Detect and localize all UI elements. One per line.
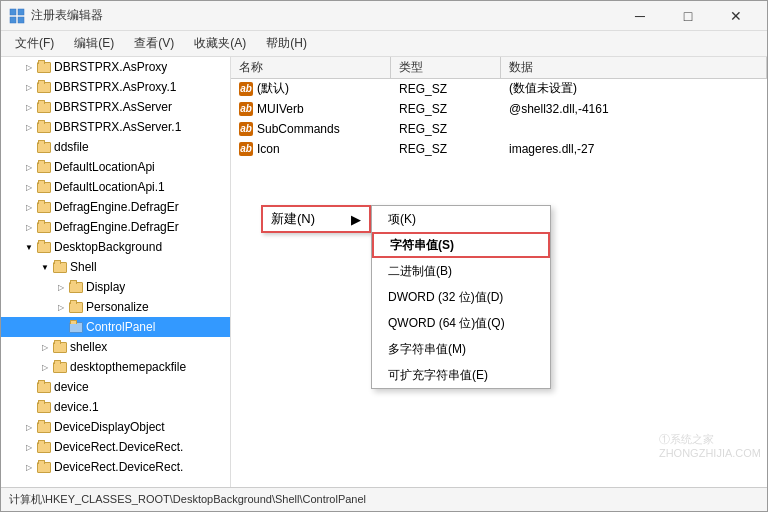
submenu-arrow-icon: ▶	[351, 212, 361, 227]
tree-label: Shell	[70, 260, 97, 274]
expander-icon: ▷	[53, 299, 69, 315]
tree-label: DeviceRect.DeviceRect.	[54, 460, 183, 474]
tree-item-desktopthemepackfile[interactable]: ▷ desktopthemepackfile	[1, 357, 230, 377]
right-panel: 名称 类型 数据 ab (默认) REG_SZ (数值未设置) ab	[231, 57, 767, 487]
tree-item-device[interactable]: device	[1, 377, 230, 397]
tree-label: device.1	[54, 400, 99, 414]
tree-label: DBRSTPRX.AsServer	[54, 100, 172, 114]
expander-icon	[21, 399, 37, 415]
tree-label: ddsfile	[54, 140, 89, 154]
status-bar: 计算机\HKEY_CLASSES_ROOT\DesktopBackground\…	[1, 487, 767, 511]
menu-view[interactable]: 查看(V)	[124, 32, 184, 55]
tree-item-devicerect1[interactable]: ▷ DeviceRect.DeviceRect.	[1, 437, 230, 457]
expander-icon: ▷	[21, 439, 37, 455]
tree-label: Personalize	[86, 300, 149, 314]
submenu-item-binary[interactable]: 二进制值(B)	[372, 258, 550, 284]
tree-item-devicedisplayobject[interactable]: ▷ DeviceDisplayObject	[1, 417, 230, 437]
tree-item-personalize[interactable]: ▷ Personalize	[1, 297, 230, 317]
tree-label: desktopthemepackfile	[70, 360, 186, 374]
tree-item-dbrstprx-asserver1[interactable]: ▷ DBRSTPRX.AsServer.1	[1, 117, 230, 137]
context-menu-overlay: 新建(N) ▶ 项(K) 字符串值(S) 二进制值(B) DWORD (32 位…	[231, 57, 767, 487]
tree-label: DBRSTPRX.AsProxy.1	[54, 80, 176, 94]
tree-label: ControlPanel	[86, 320, 155, 334]
tree-item-device1[interactable]: device.1	[1, 397, 230, 417]
tree-label: DefragEngine.DefragEr	[54, 220, 179, 234]
title-bar: 注册表编辑器 ─ □ ✕	[1, 1, 767, 31]
expander-icon: ▷	[21, 179, 37, 195]
main-area: ▷ DBRSTPRX.AsProxy ▷ DBRSTPRX.AsProxy.1 …	[1, 57, 767, 487]
close-button[interactable]: ✕	[713, 1, 759, 31]
expander-icon: ▼	[21, 239, 37, 255]
expander-icon: ▷	[21, 99, 37, 115]
tree-label: DBRSTPRX.AsProxy	[54, 60, 167, 74]
tree-label: device	[54, 380, 89, 394]
tree-label: Display	[86, 280, 125, 294]
tree-item-controlpanel[interactable]: ControlPanel	[1, 317, 230, 337]
expander-icon	[21, 139, 37, 155]
submenu-item-multistring[interactable]: 多字符串值(M)	[372, 336, 550, 362]
expander-icon: ▷	[21, 419, 37, 435]
tree-item-dbrstprx-asproxy[interactable]: ▷ DBRSTPRX.AsProxy	[1, 57, 230, 77]
tree-label: DeviceDisplayObject	[54, 420, 165, 434]
submenu-item-qword[interactable]: QWORD (64 位)值(Q)	[372, 310, 550, 336]
tree-label: DefaultLocationApi.1	[54, 180, 165, 194]
menu-file[interactable]: 文件(F)	[5, 32, 64, 55]
tree-label: DesktopBackground	[54, 240, 162, 254]
expander-icon: ▷	[21, 219, 37, 235]
tree-item-defaultlocationapi1[interactable]: ▷ DefaultLocationApi.1	[1, 177, 230, 197]
svg-rect-1	[18, 9, 24, 15]
expander-icon: ▷	[37, 359, 53, 375]
app-icon	[9, 8, 25, 24]
tree-item-devicerect2[interactable]: ▷ DeviceRect.DeviceRect.	[1, 457, 230, 477]
tree-item-defaultlocationapi[interactable]: ▷ DefaultLocationApi	[1, 157, 230, 177]
menu-edit[interactable]: 编辑(E)	[64, 32, 124, 55]
submenu-item-expandstring[interactable]: 可扩充字符串值(E)	[372, 362, 550, 388]
tree-item-display[interactable]: ▷ Display	[1, 277, 230, 297]
submenu-item-key[interactable]: 项(K)	[372, 206, 550, 232]
status-text: 计算机\HKEY_CLASSES_ROOT\DesktopBackground\…	[9, 492, 366, 507]
tree-panel[interactable]: ▷ DBRSTPRX.AsProxy ▷ DBRSTPRX.AsProxy.1 …	[1, 57, 231, 487]
new-menu-button[interactable]: 新建(N) ▶	[261, 205, 371, 233]
tree-item-desktopbackground[interactable]: ▼ DesktopBackground	[1, 237, 230, 257]
tree-label: DefaultLocationApi	[54, 160, 155, 174]
new-submenu: 项(K) 字符串值(S) 二进制值(B) DWORD (32 位)值(D) QW…	[371, 205, 551, 389]
expander-icon: ▷	[21, 119, 37, 135]
window-controls: ─ □ ✕	[617, 1, 759, 31]
menu-bar: 文件(F) 编辑(E) 查看(V) 收藏夹(A) 帮助(H)	[1, 31, 767, 57]
window-title: 注册表编辑器	[31, 7, 617, 24]
tree-item-defragengine2[interactable]: ▷ DefragEngine.DefragEr	[1, 217, 230, 237]
menu-favorites[interactable]: 收藏夹(A)	[184, 32, 256, 55]
main-window: 注册表编辑器 ─ □ ✕ 文件(F) 编辑(E) 查看(V) 收藏夹(A) 帮助…	[0, 0, 768, 512]
new-menu-label: 新建(N)	[271, 210, 315, 228]
tree-item-shellex[interactable]: ▷ shellex	[1, 337, 230, 357]
tree-label: DefragEngine.DefragEr	[54, 200, 179, 214]
expander-icon: ▷	[21, 59, 37, 75]
expander-icon: ▷	[21, 159, 37, 175]
submenu-item-dword[interactable]: DWORD (32 位)值(D)	[372, 284, 550, 310]
expander-icon	[53, 319, 69, 335]
submenu-item-string[interactable]: 字符串值(S)	[372, 232, 550, 258]
expander-icon: ▷	[37, 339, 53, 355]
svg-rect-3	[18, 17, 24, 23]
minimize-button[interactable]: ─	[617, 1, 663, 31]
expander-icon: ▷	[21, 79, 37, 95]
tree-item-shell[interactable]: ▼ Shell	[1, 257, 230, 277]
tree-label: DeviceRect.DeviceRect.	[54, 440, 183, 454]
expander-icon: ▷	[21, 459, 37, 475]
expander-icon: ▷	[21, 199, 37, 215]
expander-icon: ▷	[53, 279, 69, 295]
tree-item-ddsfile[interactable]: ddsfile	[1, 137, 230, 157]
svg-rect-0	[10, 9, 16, 15]
svg-rect-2	[10, 17, 16, 23]
expander-icon: ▼	[37, 259, 53, 275]
tree-item-dbrstprx-asserver[interactable]: ▷ DBRSTPRX.AsServer	[1, 97, 230, 117]
tree-label: shellex	[70, 340, 107, 354]
menu-help[interactable]: 帮助(H)	[256, 32, 317, 55]
tree-label: DBRSTPRX.AsServer.1	[54, 120, 181, 134]
tree-item-defragengine1[interactable]: ▷ DefragEngine.DefragEr	[1, 197, 230, 217]
maximize-button[interactable]: □	[665, 1, 711, 31]
expander-icon	[21, 379, 37, 395]
tree-item-dbrstprx-asproxy1[interactable]: ▷ DBRSTPRX.AsProxy.1	[1, 77, 230, 97]
